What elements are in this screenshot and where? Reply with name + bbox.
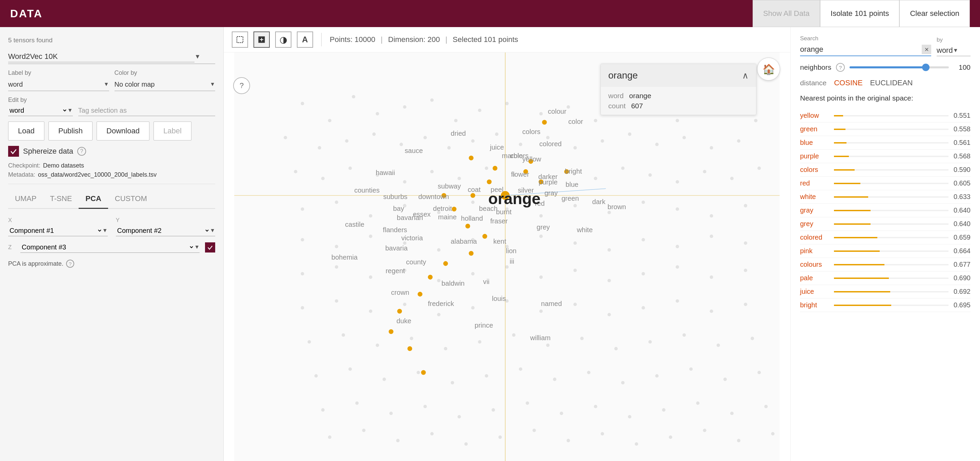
nearest-name[interactable]: grey <box>800 220 830 228</box>
nearest-bar <box>834 264 885 265</box>
svg-point-14 <box>478 109 482 112</box>
dataset-select-wrapper[interactable]: Word2Vec 10K ▼ <box>8 49 215 64</box>
svg-point-95 <box>505 265 509 269</box>
zoom-icon[interactable] <box>253 32 270 48</box>
nearest-name[interactable]: colours <box>800 261 830 268</box>
svg-point-139 <box>587 371 590 374</box>
popup-close-icon[interactable]: ∧ <box>742 70 749 81</box>
nearest-list: yellow0.551green0.558blue0.561purple0.56… <box>800 109 970 312</box>
label-by-wrapper[interactable]: word ▼ <box>8 78 109 91</box>
edit-by-select[interactable]: word <box>8 105 67 116</box>
sphereize-help-icon[interactable]: ? <box>77 147 86 156</box>
nearest-bar-col <box>834 264 948 265</box>
neighbors-help-icon[interactable]: ? <box>836 63 845 72</box>
search-clear-button[interactable]: ✕ <box>922 45 931 54</box>
by-select[interactable]: word <box>937 45 953 56</box>
nearest-name[interactable]: yellow <box>800 112 830 119</box>
nearest-item: red0.605 <box>800 177 970 190</box>
svg-text:gray: gray <box>544 189 558 196</box>
nearest-item: bright0.695 <box>800 299 970 312</box>
nearest-name[interactable]: white <box>800 193 830 201</box>
nearest-name[interactable]: pink <box>800 247 830 255</box>
download-button[interactable]: Download <box>97 122 150 141</box>
svg-point-60 <box>757 166 761 170</box>
svg-text:brown: brown <box>608 203 626 211</box>
label-button[interactable]: Label <box>154 122 191 141</box>
app-title: DATA <box>10 8 43 20</box>
tab-pca[interactable]: PCA <box>79 190 108 209</box>
color-by-select[interactable]: No color map <box>115 79 210 89</box>
tag-input[interactable] <box>129 107 215 114</box>
svg-point-124 <box>546 344 550 347</box>
help-button[interactable]: ? <box>233 77 250 94</box>
sphereize-checkbox[interactable] <box>8 146 19 157</box>
axis-z-select[interactable]: Component #3 <box>20 242 194 252</box>
svg-point-106 <box>403 303 406 306</box>
svg-point-133 <box>383 378 386 381</box>
search-input[interactable] <box>800 45 922 54</box>
nearest-bar <box>834 305 891 306</box>
svg-point-158 <box>764 405 768 408</box>
svg-point-87 <box>710 234 713 238</box>
tab-tsne[interactable]: T-SNE <box>43 190 79 209</box>
nearest-name[interactable]: colored <box>800 234 830 241</box>
svg-point-101 <box>710 276 713 279</box>
pca-help-icon[interactable]: ? <box>66 260 74 268</box>
svg-text:marble: marble <box>502 152 523 159</box>
night-mode-icon[interactable]: ◑ <box>275 32 291 48</box>
neighbors-slider-thumb[interactable] <box>922 63 929 71</box>
axis-z-checkbox[interactable] <box>205 242 215 252</box>
nearest-name[interactable]: pale <box>800 274 830 282</box>
svg-point-100 <box>676 265 679 269</box>
svg-point-114 <box>676 299 679 303</box>
svg-point-11 <box>403 105 406 109</box>
axis-y-label: Y <box>116 217 216 224</box>
color-by-wrapper[interactable]: No color map ▼ <box>115 78 216 91</box>
axis-y-select[interactable]: Component #2 <box>116 225 210 236</box>
nearest-name[interactable]: purple <box>800 152 830 160</box>
svg-point-132 <box>348 367 352 371</box>
show-all-button[interactable]: Show All Data <box>752 0 820 27</box>
nearest-item: pale0.690 <box>800 271 970 285</box>
axis-x-select[interactable]: Component #1 <box>8 225 102 236</box>
selection-rect-icon[interactable] <box>232 32 248 48</box>
svg-point-84 <box>608 248 611 252</box>
svg-point-156 <box>696 401 699 405</box>
nearest-value: 0.664 <box>952 247 970 255</box>
distance-euclidean[interactable]: EUCLIDEAN <box>870 79 913 87</box>
load-button[interactable]: Load <box>8 122 45 141</box>
dataset-select[interactable]: Word2Vec 10K <box>8 51 194 62</box>
nearest-name[interactable]: gray <box>800 206 830 214</box>
svg-text:flower: flower <box>511 171 529 178</box>
nearest-name[interactable]: green <box>800 125 830 133</box>
svg-point-189 <box>428 275 433 280</box>
distance-cosine[interactable]: COSINE <box>834 79 862 87</box>
nearest-name[interactable]: red <box>800 179 830 187</box>
nearest-bar-col <box>834 223 948 225</box>
svg-point-103 <box>301 306 304 309</box>
nearest-name[interactable]: juice <box>800 288 830 295</box>
home-button[interactable]: 🏠 <box>757 57 780 81</box>
isolate-button[interactable]: Isolate 101 points <box>820 0 899 27</box>
nearest-name[interactable]: bright <box>800 301 830 309</box>
svg-point-143 <box>724 378 727 381</box>
clear-selection-button[interactable]: Clear selection <box>899 0 970 27</box>
publish-button[interactable]: Publish <box>48 122 92 141</box>
svg-point-35 <box>546 136 550 139</box>
svg-point-13 <box>454 119 457 122</box>
nearest-name[interactable]: colors <box>800 166 830 174</box>
svg-point-112 <box>608 313 611 316</box>
label-by-select[interactable]: word <box>8 79 104 89</box>
svg-point-146 <box>355 401 358 405</box>
svg-point-153 <box>594 405 597 408</box>
svg-point-66 <box>471 201 474 204</box>
svg-point-107 <box>437 313 441 316</box>
tab-umap[interactable]: UMAP <box>8 190 43 209</box>
nearest-item: green0.558 <box>800 122 970 136</box>
labels-icon[interactable]: A <box>297 32 313 48</box>
tab-custom[interactable]: CUSTOM <box>108 190 154 209</box>
nearest-name[interactable]: blue <box>800 139 830 147</box>
svg-point-71 <box>641 201 645 204</box>
svg-text:yellow: yellow <box>522 155 541 163</box>
edit-by-label: Edit by <box>8 97 73 104</box>
